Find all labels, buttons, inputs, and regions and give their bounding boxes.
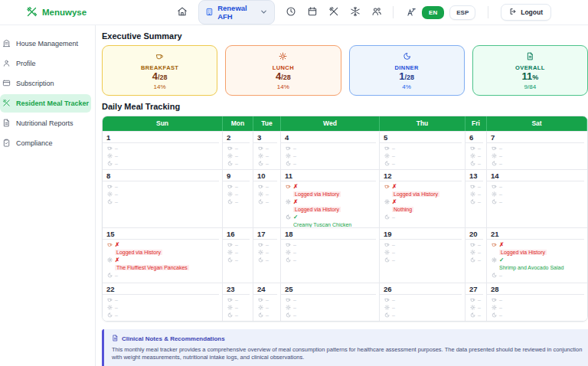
dinner-icon: [107, 273, 113, 278]
lunch-icon: [470, 153, 475, 158]
calendar-day-17[interactable]: 17–––: [253, 227, 281, 283]
calendar-day-5[interactable]: 5–––: [380, 131, 466, 169]
empty-marker: –: [115, 199, 118, 204]
home-button[interactable]: [177, 6, 188, 19]
empty-marker: –: [115, 153, 118, 158]
calendar-day-20[interactable]: 20–––: [466, 227, 487, 283]
utensils-button[interactable]: [328, 6, 339, 19]
calendar-day-25[interactable]: 25–––: [281, 283, 380, 321]
sidebar-item-resident-meal-tracker[interactable]: Resident Meal Tracker: [0, 94, 91, 113]
calendar-day-23[interactable]: 23–––: [223, 283, 253, 321]
breakfast-icon: [286, 145, 291, 151]
empty-marker: –: [293, 297, 296, 302]
dinner-entry: –: [103, 198, 222, 206]
day-number: 27: [466, 283, 483, 295]
calendar-day-10[interactable]: 10–––: [253, 169, 281, 227]
language-switcher: EN ESP: [406, 5, 475, 20]
calendar-day-22[interactable]: 22–––: [103, 283, 223, 321]
day-number: 3: [253, 132, 277, 143]
breakfast-icon: [492, 145, 497, 151]
empty-marker: –: [478, 312, 481, 318]
clipboard-check-icon: [2, 139, 11, 149]
snowflake-button[interactable]: [350, 6, 361, 19]
calendar-day-6[interactable]: 6–––: [466, 131, 487, 169]
clock-button[interactable]: [286, 6, 296, 19]
breakfast-entry: –: [281, 296, 379, 304]
calendar-day-24[interactable]: 24–––: [253, 283, 281, 321]
lunch-icon: [107, 305, 113, 310]
facility-selector[interactable]: Renewal AFH: [198, 0, 275, 25]
lunch-note: Nothing: [392, 206, 465, 214]
calendar-day-1[interactable]: 1–––: [103, 131, 223, 169]
empty-marker: –: [499, 145, 502, 151]
calendar-day-21[interactable]: 21✗Logged via History✓Shrimp and Avocado…: [487, 227, 587, 283]
empty-marker: –: [235, 297, 238, 302]
empty-marker: –: [499, 184, 502, 189]
calendar-day-28[interactable]: 28–––: [487, 283, 587, 321]
calendar-day-7[interactable]: 7–––: [487, 131, 587, 169]
residents-button[interactable]: [371, 6, 382, 19]
sidebar-item-label: Resident Meal Tracker: [16, 100, 89, 107]
empty-marker: –: [478, 199, 481, 204]
sidebar-item-profile[interactable]: Profile: [0, 54, 91, 73]
clinical-notes-header: Clinical Notes & Recommendations: [112, 335, 586, 343]
calendar-day-3[interactable]: 3–––: [253, 131, 281, 169]
empty-marker: –: [266, 305, 269, 310]
breakfast-icon: [258, 145, 263, 151]
calendar-day-9[interactable]: 9–––: [223, 169, 253, 227]
empty-marker: –: [115, 297, 118, 302]
calendar-day-12[interactable]: 12✗Logged via History✗Nothing–: [380, 169, 466, 227]
breakfast-icon: [107, 297, 113, 302]
clock-icon: [286, 6, 296, 19]
dinner-icon: [227, 161, 233, 166]
lunch-entry: –: [103, 152, 222, 160]
calendar-day-2[interactable]: 2–––: [223, 131, 253, 169]
calendar-day-13[interactable]: 13–––: [466, 169, 487, 227]
empty-marker: –: [499, 273, 502, 278]
breakfast-icon: [227, 297, 233, 302]
calendar-day-15[interactable]: 15✗Logged via History✗The Fluffiest Vega…: [103, 227, 223, 283]
calendar-day-14[interactable]: 14–––: [487, 169, 587, 227]
lunch-entry: –: [223, 304, 253, 312]
lang-esp-button[interactable]: ESP: [449, 5, 475, 20]
lunch-icon: [470, 305, 475, 310]
day-number: 14: [487, 170, 584, 181]
empty-marker: –: [293, 145, 296, 151]
logout-divider: [488, 6, 488, 18]
dinner-entry: –: [466, 257, 486, 264]
lunch-icon: [384, 199, 390, 204]
calendar-button[interactable]: [307, 6, 318, 19]
calendar-day-11[interactable]: 11✗Logged via History✗Logged via History…: [281, 169, 380, 227]
empty-marker: –: [392, 250, 395, 255]
sidebar-item-house-management[interactable]: House Management: [0, 34, 91, 53]
calendar-day-19[interactable]: 19–––: [380, 227, 466, 283]
lunch-icon: [286, 199, 291, 204]
empty-marker: –: [266, 153, 269, 158]
calendar-day-8[interactable]: 8–––: [103, 169, 223, 227]
lunch-entry: –: [223, 152, 253, 160]
empty-marker: –: [478, 257, 481, 263]
lunch-entry: –: [281, 304, 379, 312]
logout-button[interactable]: Logout: [501, 4, 551, 21]
dinner-note: Creamy Tuscan Chicken: [293, 221, 379, 227]
empty-marker: –: [293, 257, 296, 263]
lang-en-button[interactable]: EN: [422, 6, 444, 19]
calendar-day-27[interactable]: 27–––: [466, 283, 487, 321]
calendar-day-16[interactable]: 16–––: [223, 227, 253, 283]
logout-label: Logout: [521, 8, 543, 16]
empty-marker: –: [235, 250, 238, 255]
breakfast-entry: –: [466, 241, 486, 249]
moon-icon: [353, 50, 461, 64]
empty-marker: –: [293, 250, 296, 255]
sidebar-item-subscription[interactable]: Subscription: [0, 74, 91, 93]
day-number: 22: [103, 283, 219, 295]
calendar-day-4[interactable]: 4–––: [281, 131, 380, 169]
dinner-icon: [492, 273, 497, 278]
sidebar-item-nutritional-reports[interactable]: Nutritional Reports: [0, 114, 91, 132]
lunch-icon: [286, 305, 291, 310]
day-number: 7: [487, 132, 584, 143]
breakfast-entry: –: [466, 183, 486, 191]
sidebar-item-compliance[interactable]: Compliance: [0, 134, 91, 152]
calendar-day-18[interactable]: 18–––: [281, 227, 380, 283]
calendar-day-26[interactable]: 26–––: [380, 283, 466, 321]
